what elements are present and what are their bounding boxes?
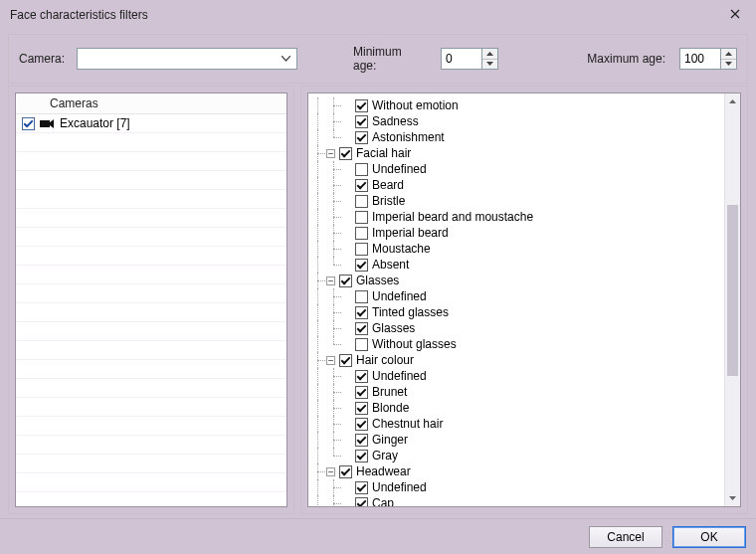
tree-checkbox[interactable] [355, 338, 368, 351]
tree-guide [310, 288, 326, 304]
tree-node[interactable]: Astonishment [310, 129, 724, 145]
tree-checkbox[interactable] [355, 497, 368, 507]
spin-up-icon[interactable] [721, 49, 736, 59]
tree-node[interactable]: Chestnut hair [310, 416, 724, 432]
tree-guide [326, 495, 342, 506]
tree-guide [326, 129, 342, 145]
tree-checkbox[interactable] [355, 227, 368, 240]
tree-checkbox[interactable] [355, 322, 368, 335]
tree-checkbox[interactable] [355, 386, 368, 399]
tree-checkbox[interactable] [355, 243, 368, 256]
tree-node[interactable]: Undefined [310, 161, 724, 177]
scrollbar[interactable] [724, 93, 740, 506]
tree-node[interactable]: Sadness [310, 113, 724, 129]
cancel-button[interactable]: Cancel [589, 526, 662, 548]
tree-node[interactable]: Tinted glasses [310, 304, 724, 320]
collapse-icon[interactable]: − [326, 149, 335, 158]
tree-checkbox[interactable] [339, 275, 352, 287]
cameras-list[interactable]: Cameras Excauator [7] [15, 92, 287, 507]
tree-checkbox[interactable] [355, 370, 368, 383]
tree-node[interactable]: Brunet [310, 384, 724, 400]
tree-checkbox[interactable] [339, 354, 352, 367]
tree-checkbox[interactable] [355, 434, 368, 447]
spin-down-icon[interactable] [721, 59, 736, 70]
collapse-icon[interactable]: − [326, 467, 335, 476]
ok-button[interactable]: OK [672, 526, 746, 548]
tree-spacer [342, 181, 351, 190]
tree-guide [310, 304, 326, 320]
tree-node[interactable]: Undefined [310, 368, 724, 384]
tree-checkbox[interactable] [355, 259, 368, 272]
camera-row[interactable]: Excauator [7] [16, 114, 286, 133]
min-age-spin-buttons[interactable] [482, 48, 498, 70]
tree-node[interactable]: Absent [310, 257, 724, 273]
spin-up-icon[interactable] [482, 49, 497, 59]
tree-checkbox[interactable] [355, 481, 368, 494]
scroll-thumb[interactable] [727, 205, 738, 376]
tree-spacer [342, 165, 351, 174]
max-age-input[interactable] [680, 49, 720, 69]
tree-guide [326, 257, 342, 273]
camera-dropdown[interactable] [77, 48, 297, 70]
tree-checkbox[interactable] [355, 179, 368, 192]
scroll-track[interactable] [725, 109, 740, 490]
close-button[interactable] [714, 0, 756, 30]
tree-checkbox[interactable] [355, 402, 368, 415]
list-row-empty [16, 266, 286, 284]
tree-checkbox[interactable] [339, 147, 352, 160]
max-age-spinner[interactable] [679, 48, 737, 70]
tree-node[interactable]: Beard [310, 177, 724, 193]
tree-node[interactable]: Moustache [310, 241, 724, 257]
tree-label: Imperial beard [372, 226, 449, 240]
tree-node[interactable]: Ginger [310, 432, 724, 448]
tree-checkbox[interactable] [355, 418, 368, 431]
tree-node[interactable]: Without glasses [310, 336, 724, 352]
tree-node[interactable]: −Headwear [310, 463, 724, 479]
tree-node[interactable]: −Facial hair [310, 145, 724, 161]
spin-down-icon[interactable] [482, 59, 497, 70]
collapse-icon[interactable]: − [326, 277, 335, 285]
tree-checkbox[interactable] [355, 195, 368, 208]
filters-tree[interactable]: Without emotionSadnessAstonishment−Facia… [308, 93, 724, 506]
tree-node[interactable]: Bristle [310, 193, 724, 209]
tree-guide [310, 495, 326, 506]
collapse-icon[interactable]: − [326, 356, 335, 365]
tree-node[interactable]: Glasses [310, 320, 724, 336]
tree-label: Hair colour [356, 353, 414, 367]
max-age-group: Maximum age: [518, 48, 737, 70]
tree-label: Undefined [372, 162, 427, 176]
tree-checkbox[interactable] [339, 465, 352, 478]
min-age-input[interactable] [442, 49, 481, 69]
tree-node[interactable]: −Hair colour [310, 352, 724, 368]
tree-spacer [342, 388, 351, 397]
tree-node[interactable]: Without emotion [310, 97, 724, 113]
min-age-spinner[interactable] [441, 48, 498, 70]
tree-label: Headwear [356, 464, 411, 478]
tree-node[interactable]: Imperial beard and moustache [310, 209, 724, 225]
scroll-up-icon[interactable] [725, 93, 740, 109]
tree-checkbox[interactable] [355, 450, 368, 462]
list-row-empty [16, 341, 286, 360]
scroll-down-icon[interactable] [725, 490, 740, 506]
tree-node[interactable]: Undefined [310, 479, 724, 495]
tree-checkbox[interactable] [355, 306, 368, 319]
tree-node[interactable]: −Glasses [310, 273, 724, 288]
tree-checkbox[interactable] [355, 99, 368, 112]
cameras-header[interactable]: Cameras [16, 93, 286, 114]
max-age-spin-buttons[interactable] [721, 48, 737, 70]
tree-guide [326, 177, 342, 193]
tree-checkbox[interactable] [355, 115, 368, 128]
tree-checkbox[interactable] [355, 211, 368, 224]
tree-spacer [342, 245, 351, 254]
tree-node[interactable]: Blonde [310, 400, 724, 416]
tree-node[interactable]: Cap [310, 495, 724, 506]
tree-node[interactable]: Gray [310, 448, 724, 463]
list-row-empty [16, 284, 286, 303]
tree-checkbox[interactable] [355, 131, 368, 144]
tree-checkbox[interactable] [355, 163, 368, 176]
camera-checkbox[interactable] [22, 117, 35, 130]
tree-checkbox[interactable] [355, 290, 368, 303]
tree-spacer [342, 404, 351, 413]
tree-node[interactable]: Undefined [310, 288, 724, 304]
tree-node[interactable]: Imperial beard [310, 225, 724, 241]
